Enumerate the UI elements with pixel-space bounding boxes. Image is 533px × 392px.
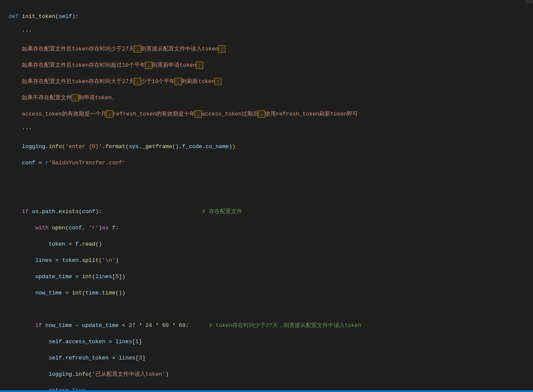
- code-line: 如果不存在配置文件，则申请token。: [9, 94, 533, 102]
- code-line: 如果存在配置文件且token存在时间大于27天，少于10个平年，则刷新token…: [9, 77, 533, 86]
- code-line: logging.info('已从配置文件中读入token'): [9, 370, 533, 378]
- code-line: 如果存在配置文件且token存在时间少于27天，则直接从配置文件中读入token…: [9, 45, 533, 53]
- code-line: self.access_token = lines[1]: [9, 338, 533, 346]
- code-line: def init_token(self):: [9, 12, 533, 21]
- code-line: conf = r'BaiduYunTransfer.conf': [9, 159, 533, 167]
- code-line: now_time = int(time.time()): [9, 289, 533, 297]
- code-line: token = f.read(): [9, 240, 533, 248]
- code-line: self.refresh_token = lines[3]: [9, 354, 533, 362]
- window-control-area: [525, 0, 533, 3]
- code-line: if os.path.exists(conf): # 存在配置文件: [9, 208, 533, 216]
- code-line: if now_time - update_time < 27 * 24 * 60…: [9, 321, 533, 330]
- code-line: ''': [9, 126, 533, 134]
- code-line: access_token的有效期是一个月，refresh_token的有效期是十…: [9, 110, 533, 118]
- code-line: lines = token.split('\n'): [9, 256, 533, 264]
- code-line: with open(conf, 'r')as f:: [9, 224, 533, 232]
- code-line: ''': [9, 29, 533, 37]
- code-editor[interactable]: def init_token(self): ''' 如果存在配置文件且token…: [0, 0, 533, 392]
- status-bar[interactable]: [0, 390, 533, 392]
- code-line: 如果存在配置文件且token存在时间超过10个平年，则重新申请token；: [9, 61, 533, 69]
- code-line: logging.info('enter {0}'.format(sys._get…: [9, 143, 533, 151]
- code-line: update_time = int(lines[5]): [9, 273, 533, 281]
